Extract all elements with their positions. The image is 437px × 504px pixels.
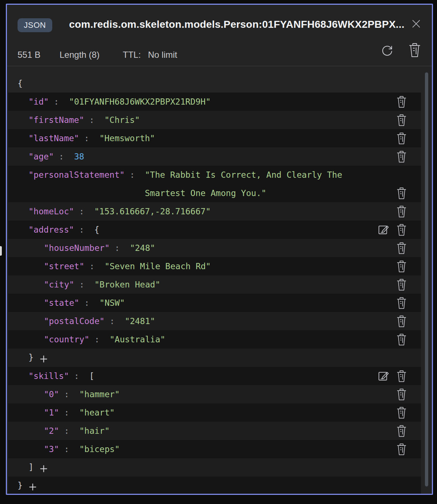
json-row-text: "country" : "Australia" [44,335,165,344]
ttl-value: No limit [148,50,177,60]
edit-row-icon[interactable] [378,224,390,236]
close-icon[interactable] [408,16,424,32]
json-value[interactable]: "The Rabbit Is Correct, And Clearly The … [145,166,379,202]
json-value[interactable]: "01FYANFH68J6WKX2PBPX21RD9H" [69,97,211,106]
json-bracket: { [18,79,23,88]
delete-row-icon[interactable] [396,443,407,455]
json-row-text: } [18,481,38,491]
json-row-text: "age" : 38 [28,152,84,161]
delete-row-icon[interactable] [396,425,407,437]
json-key[interactable]: "0" [44,390,59,399]
json-value[interactable]: "2481" [125,316,155,326]
json-row: "id" : "01FYANFH68J6WKX2PBPX21RD9H" [8,93,421,111]
json-key[interactable]: "houseNumber" [44,243,110,253]
delete-row-icon[interactable] [396,206,407,218]
json-row-text: "skills" : [ [28,371,94,381]
page-scroll-marker [0,246,2,256]
json-key[interactable]: "2" [44,426,59,436]
delete-row-icon[interactable] [396,297,407,309]
json-value[interactable]: "248" [130,243,155,253]
json-value[interactable]: "Australia" [110,335,165,344]
json-key[interactable]: "country" [44,335,90,344]
add-item-button[interactable] [39,464,49,474]
json-value[interactable]: "heart" [79,408,115,417]
json-key[interactable]: "skills" [28,371,69,381]
delete-key-icon[interactable] [408,42,423,58]
delete-row-icon[interactable] [396,224,407,236]
row-actions [396,111,407,129]
delete-row-icon[interactable] [396,370,407,382]
key-length: Length (8) [60,50,99,60]
json-value[interactable]: "Chris" [104,115,140,125]
add-item-button[interactable] [39,354,49,364]
json-row-text: "0" : "hammer" [44,390,120,399]
json-row: "homeLoc" : "153.616667,-28.716667" [8,202,421,221]
json-key[interactable]: "3" [44,444,59,454]
json-value[interactable]: "hammer" [79,390,120,399]
add-item-button[interactable] [28,482,38,492]
json-key[interactable]: "homeLoc" [28,207,74,216]
json-row: "state" : "NSW" [8,294,421,312]
key-name: com.redis.om.skeleton.models.Person:01FY… [69,19,404,30]
delete-row-icon[interactable] [396,114,407,126]
json-key[interactable]: "firstName" [28,115,84,125]
json-separator: : [90,335,110,344]
json-row: "lastName" : "Hemsworth" [8,129,421,147]
json-key[interactable]: "age" [28,152,54,161]
delete-row-icon[interactable] [396,132,407,144]
json-value[interactable]: "153.616667,-28.716667" [94,207,211,216]
json-key[interactable]: "1" [44,408,59,417]
json-value[interactable]: "NSW" [99,298,125,308]
json-row: "country" : "Australia" [8,330,421,349]
delete-row-icon[interactable] [396,187,407,199]
json-key[interactable]: "street" [44,262,84,271]
delete-row-icon[interactable] [396,407,407,419]
edit-row-icon[interactable] [378,370,390,382]
json-key[interactable]: "city" [44,280,74,289]
json-row-text: "city" : "Broken Head" [44,280,160,289]
json-separator: : [79,298,99,308]
row-actions [396,294,407,312]
json-key[interactable]: "lastName" [28,133,79,143]
json-row-text: "firstName" : "Chris" [28,115,140,125]
delete-row-icon[interactable] [396,96,407,108]
json-separator: : [84,115,104,125]
json-value[interactable]: { [94,225,99,234]
row-actions [396,202,407,221]
delete-row-icon[interactable] [396,242,407,254]
json-value[interactable]: "hair" [79,426,110,436]
json-row: "age" : 38 [8,147,421,166]
row-actions [396,330,407,349]
row-actions [396,403,407,422]
json-value[interactable]: [ [89,371,94,381]
delete-row-icon[interactable] [396,151,407,163]
json-separator: : [125,170,145,180]
json-key[interactable]: "id" [28,97,49,106]
key-details-panel: JSON com.redis.om.skeleton.models.Person… [6,4,433,495]
json-separator: : [74,225,94,234]
refresh-icon[interactable] [380,44,394,57]
delete-row-icon[interactable] [396,279,407,291]
delete-row-icon[interactable] [396,334,407,346]
row-actions [396,257,407,275]
json-key[interactable]: "state" [44,298,79,308]
delete-row-icon[interactable] [396,388,407,400]
json-value[interactable]: "Broken Head" [94,280,160,289]
json-separator: : [84,262,104,271]
json-value[interactable]: 38 [74,152,84,161]
json-key[interactable]: "postalCode" [44,316,104,326]
json-value[interactable]: "biceps" [79,444,120,454]
row-actions [396,275,407,294]
row-actions [396,422,407,440]
json-key[interactable]: "personalStatement" [28,170,125,180]
delete-row-icon[interactable] [396,315,407,327]
json-separator: : [59,390,79,399]
delete-row-icon[interactable] [396,260,407,272]
json-value[interactable]: "Hemsworth" [99,133,155,143]
json-value[interactable]: "Seven Mile Beach Rd" [104,262,211,271]
json-row-text: "homeLoc" : "153.616667,-28.716667" [28,207,211,216]
json-key[interactable]: "address" [28,225,74,234]
vertical-scrollbar[interactable] [425,72,428,486]
row-actions [396,385,407,403]
json-separator: : [74,207,94,216]
